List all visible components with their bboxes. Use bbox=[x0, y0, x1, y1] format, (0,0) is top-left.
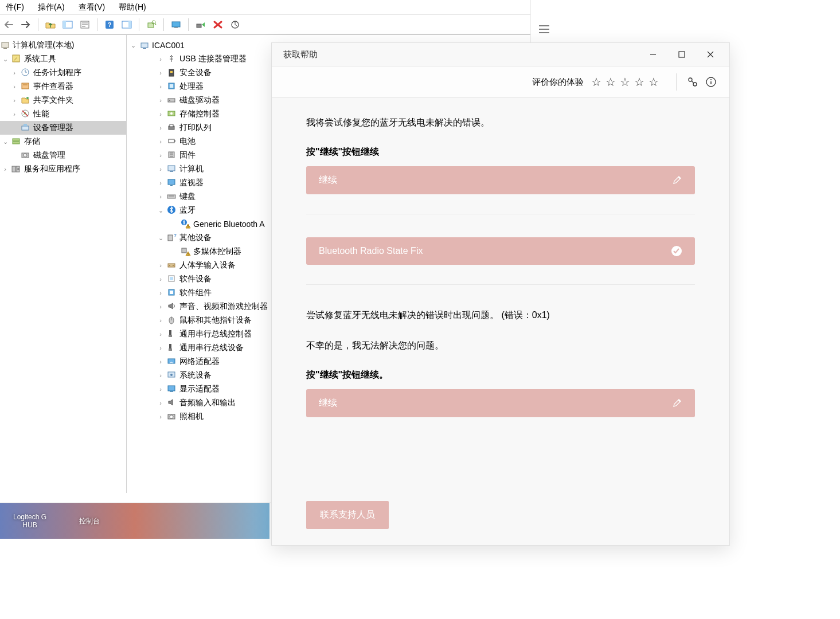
tree-row[interactable]: ›共享文件夹 bbox=[0, 93, 126, 107]
menu-file[interactable]: 件(F) bbox=[0, 1, 30, 14]
divider bbox=[306, 284, 695, 285]
gh-press-continue2: 按"继续"按钮继续。 bbox=[306, 369, 695, 381]
expander-icon[interactable]: › bbox=[157, 399, 165, 406]
maximize-icon[interactable] bbox=[667, 44, 696, 65]
star-icon[interactable]: ☆ bbox=[591, 77, 601, 88]
expander-icon[interactable]: ⌄ bbox=[1, 138, 9, 146]
tree-label: 打印队列 bbox=[179, 123, 212, 133]
nav-forward-icon[interactable] bbox=[18, 17, 33, 32]
task-tile[interactable]: Logitech G HUB bbox=[0, 503, 60, 539]
expander-icon[interactable]: › bbox=[157, 83, 165, 90]
expander-icon[interactable]: › bbox=[157, 317, 165, 324]
tree-row[interactable]: ›性能 bbox=[0, 107, 126, 121]
star-icon[interactable]: ☆ bbox=[605, 77, 616, 88]
expander-icon[interactable]: › bbox=[157, 289, 165, 296]
expander-icon[interactable]: › bbox=[157, 358, 165, 365]
rating-stars[interactable]: ☆ ☆ ☆ ☆ ☆ bbox=[591, 77, 659, 88]
tree-label: Generic Bluetooth A bbox=[193, 220, 265, 229]
expander-icon[interactable]: › bbox=[10, 97, 18, 104]
mm-warn-icon bbox=[181, 246, 191, 257]
expander-icon[interactable]: › bbox=[157, 138, 165, 145]
menu-help[interactable]: 帮助(H) bbox=[113, 1, 151, 14]
expander-icon[interactable]: › bbox=[157, 152, 165, 159]
svg-rect-27 bbox=[24, 124, 27, 126]
expander-icon[interactable]: ⌄ bbox=[129, 42, 137, 49]
fix-result-row[interactable]: Bluetooth Radio State Fix bbox=[306, 237, 695, 265]
remote-desktop-icon[interactable] bbox=[169, 17, 183, 32]
continue-button[interactable]: 继续 bbox=[306, 166, 695, 194]
tree-row[interactable]: ›事件查看器 bbox=[0, 80, 126, 93]
tree-row[interactable]: ⌄系统工具 bbox=[0, 52, 126, 66]
update-driver-icon[interactable] bbox=[228, 17, 243, 32]
gh-msg1: 我将尝试修复您的蓝牙无线电未解决的错误。 bbox=[306, 115, 695, 130]
keyboard-icon bbox=[167, 191, 177, 202]
expander-icon[interactable]: ⌄ bbox=[1, 56, 9, 63]
svg-rect-47 bbox=[169, 139, 174, 143]
tree-row[interactable]: ⌄存储 bbox=[0, 135, 126, 148]
expander-icon[interactable]: › bbox=[157, 111, 165, 117]
expander-icon[interactable]: › bbox=[157, 262, 165, 269]
tree-label: 性能 bbox=[33, 109, 49, 119]
gethelp-content[interactable]: 我将尝试修复您的蓝牙无线电未解决的错误。 按"继续"按钮继续 继续 Blueto… bbox=[272, 98, 729, 493]
firmware-icon bbox=[167, 150, 177, 160]
expander-icon[interactable]: › bbox=[157, 69, 165, 76]
star-icon[interactable]: ☆ bbox=[634, 77, 644, 88]
tree-root[interactable]: 计算机管理(本地) bbox=[0, 38, 126, 52]
star-icon[interactable]: ☆ bbox=[619, 77, 630, 88]
expander-icon[interactable]: › bbox=[10, 111, 18, 117]
help-icon[interactable]: ? bbox=[102, 17, 117, 32]
expander-icon[interactable]: › bbox=[157, 344, 165, 351]
tree-row[interactable]: 磁盘管理 bbox=[0, 148, 126, 162]
enable-device-icon[interactable] bbox=[193, 17, 208, 32]
expander-icon[interactable]: › bbox=[157, 331, 165, 338]
expander-icon[interactable]: › bbox=[157, 97, 165, 104]
folder-up-icon[interactable] bbox=[43, 17, 58, 32]
expander-icon[interactable]: › bbox=[157, 386, 165, 393]
gh-press-continue: 按"继续"按钮继续 bbox=[306, 146, 695, 158]
tree-row[interactable]: ›任务计划程序 bbox=[0, 66, 126, 80]
expander-icon[interactable]: › bbox=[157, 124, 165, 131]
share-icon[interactable] bbox=[685, 74, 701, 90]
expander-icon[interactable]: › bbox=[157, 56, 165, 62]
menu-view[interactable]: 查看(V) bbox=[73, 1, 111, 14]
svg-point-34 bbox=[17, 168, 19, 170]
svg-rect-75 bbox=[169, 335, 172, 337]
bt-warn-icon bbox=[181, 219, 191, 229]
expander-icon[interactable]: › bbox=[157, 413, 165, 420]
expander-icon[interactable]: › bbox=[10, 69, 18, 76]
scan-hardware-icon[interactable] bbox=[144, 17, 159, 32]
expander-icon[interactable]: › bbox=[1, 166, 9, 173]
svg-rect-50 bbox=[168, 166, 175, 171]
show-console-tree-icon[interactable] bbox=[60, 17, 75, 32]
task-tile[interactable]: 控制台 bbox=[60, 503, 119, 539]
expander-icon[interactable]: › bbox=[157, 179, 165, 186]
svg-point-80 bbox=[170, 374, 173, 376]
properties-icon[interactable] bbox=[77, 17, 92, 32]
expander-icon[interactable]: › bbox=[157, 166, 165, 173]
expander-icon[interactable]: ⌄ bbox=[157, 234, 165, 242]
expander-icon[interactable]: › bbox=[157, 303, 165, 310]
expander-icon[interactable]: › bbox=[157, 193, 165, 200]
close-icon[interactable] bbox=[696, 44, 725, 65]
tree-label: 磁盘管理 bbox=[33, 150, 65, 160]
expander-icon[interactable]: › bbox=[10, 83, 18, 90]
uninstall-icon[interactable] bbox=[210, 17, 225, 32]
svg-rect-28 bbox=[13, 139, 19, 141]
tree-row[interactable]: ›服务和应用程序 bbox=[0, 162, 126, 176]
info-icon[interactable] bbox=[703, 74, 719, 90]
hamburger-icon[interactable] bbox=[539, 25, 549, 33]
continue-button[interactable]: 继续 bbox=[306, 389, 695, 417]
minimize-icon[interactable] bbox=[639, 44, 667, 65]
actions-pane-icon[interactable] bbox=[119, 17, 134, 32]
clock-icon bbox=[21, 68, 31, 78]
menu-action[interactable]: 操作(A) bbox=[32, 1, 71, 14]
expander-icon[interactable]: ⌄ bbox=[157, 207, 165, 214]
taskbar-fragment: Logitech G HUB 控制台 bbox=[0, 503, 269, 539]
contact-support-button[interactable]: 联系支持人员 bbox=[306, 501, 389, 529]
star-icon[interactable]: ☆ bbox=[648, 77, 659, 88]
nav-back-icon[interactable] bbox=[1, 17, 16, 32]
expander-icon[interactable]: › bbox=[157, 276, 165, 283]
svg-point-31 bbox=[24, 154, 27, 157]
expander-icon[interactable]: › bbox=[157, 372, 165, 379]
tree-row[interactable]: 设备管理器 bbox=[0, 121, 126, 135]
